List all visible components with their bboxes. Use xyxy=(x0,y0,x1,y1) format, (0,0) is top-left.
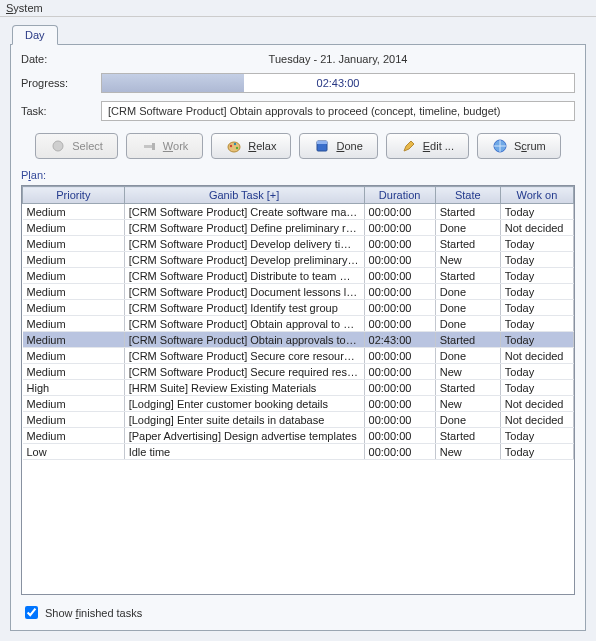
show-finished-checkbox-label[interactable]: Show finished tasks xyxy=(21,603,575,622)
tabs: Day xyxy=(12,25,586,45)
table-row[interactable]: Medium[CRM Software Product] Secure core… xyxy=(23,348,574,364)
cell-state: Done xyxy=(435,348,500,364)
plan-grid-scroll[interactable]: Priority Ganib Task [+] Duration State W… xyxy=(22,186,574,594)
work-button[interactable]: Work xyxy=(126,133,203,159)
tab-day[interactable]: Day xyxy=(12,25,58,45)
table-row[interactable]: Medium[CRM Software Product] Document le… xyxy=(23,284,574,300)
cell-state: New xyxy=(435,444,500,460)
task-input[interactable] xyxy=(101,101,575,121)
cell-priority: Medium xyxy=(23,428,125,444)
cell-duration: 00:00:00 xyxy=(364,284,435,300)
cell-task: [CRM Software Product] Document lessons … xyxy=(124,284,364,300)
cell-priority: Medium xyxy=(23,284,125,300)
cell-duration: 00:00:00 xyxy=(364,412,435,428)
hammer-icon xyxy=(141,138,157,154)
cell-state: Started xyxy=(435,332,500,348)
cell-priority: Medium xyxy=(23,348,125,364)
cell-task: [CRM Software Product] Secure required r… xyxy=(124,364,364,380)
table-row[interactable]: High[HRM Suite] Review Existing Material… xyxy=(23,380,574,396)
cell-workon: Not decided xyxy=(500,220,573,236)
book-icon xyxy=(314,138,330,154)
edit-button-label: Edit ... xyxy=(423,140,454,152)
cell-state: Done xyxy=(435,300,500,316)
svg-marker-9 xyxy=(404,141,414,151)
progress-fill xyxy=(102,74,244,92)
col-header-priority[interactable]: Priority xyxy=(23,187,125,204)
cell-priority: High xyxy=(23,380,125,396)
cell-priority: Medium xyxy=(23,236,125,252)
edit-button[interactable]: Edit ... xyxy=(386,133,469,159)
cell-duration: 00:00:00 xyxy=(364,268,435,284)
cell-workon: Today xyxy=(500,380,573,396)
cell-duration: 00:00:00 xyxy=(364,204,435,220)
col-header-workon[interactable]: Work on xyxy=(500,187,573,204)
table-row[interactable]: Medium[Lodging] Enter suite details in d… xyxy=(23,412,574,428)
cell-workon: Not decided xyxy=(500,348,573,364)
content-area: Day Date: Tuesday - 21. January, 2014 Pr… xyxy=(0,17,596,641)
globe-icon xyxy=(492,138,508,154)
svg-rect-8 xyxy=(317,141,327,144)
cell-workon: Not decided xyxy=(500,412,573,428)
show-finished-checkbox[interactable] xyxy=(25,606,38,619)
svg-point-6 xyxy=(236,147,238,149)
cell-duration: 00:00:00 xyxy=(364,396,435,412)
table-row[interactable]: Medium[Paper Advertising] Design adverti… xyxy=(23,428,574,444)
date-label: Date: xyxy=(21,53,101,65)
cell-task: [CRM Software Product] Secure core resou… xyxy=(124,348,364,364)
cell-state: Started xyxy=(435,380,500,396)
table-row[interactable]: Medium[CRM Software Product] Develop del… xyxy=(23,236,574,252)
svg-point-5 xyxy=(234,143,236,145)
done-button[interactable]: Done xyxy=(299,133,377,159)
cell-state: Started xyxy=(435,268,500,284)
cell-duration: 00:00:00 xyxy=(364,300,435,316)
cell-task: [CRM Software Product] Develop delivery … xyxy=(124,236,364,252)
table-row[interactable]: LowIdle time00:00:00NewToday xyxy=(23,444,574,460)
relax-button-label: Relax xyxy=(248,140,276,152)
cell-duration: 00:00:00 xyxy=(364,380,435,396)
cell-state: Started xyxy=(435,236,500,252)
cell-state: Done xyxy=(435,412,500,428)
col-header-duration[interactable]: Duration xyxy=(364,187,435,204)
table-row[interactable]: Medium[CRM Software Product] Distribute … xyxy=(23,268,574,284)
menu-system[interactable]: System xyxy=(6,2,43,14)
table-row[interactable]: Medium[CRM Software Product] Define prel… xyxy=(23,220,574,236)
cell-duration: 00:00:00 xyxy=(364,316,435,332)
progress-bar: 02:43:00 xyxy=(101,73,575,93)
table-row[interactable]: Medium[CRM Software Product] Secure requ… xyxy=(23,364,574,380)
cell-priority: Medium xyxy=(23,220,125,236)
select-button[interactable]: Select xyxy=(35,133,118,159)
svg-rect-2 xyxy=(152,143,155,150)
cell-workon: Today xyxy=(500,300,573,316)
cell-duration: 00:00:00 xyxy=(364,348,435,364)
table-row[interactable]: Medium[CRM Software Product] Develop pre… xyxy=(23,252,574,268)
table-row[interactable]: Medium[CRM Software Product] Create soft… xyxy=(23,204,574,220)
cell-state: Started xyxy=(435,428,500,444)
col-header-task[interactable]: Ganib Task [+] xyxy=(124,187,364,204)
table-row[interactable]: Medium[Lodging] Enter customer booking d… xyxy=(23,396,574,412)
cell-priority: Medium xyxy=(23,316,125,332)
cell-task: [Lodging] Enter suite details in databas… xyxy=(124,412,364,428)
cell-workon: Today xyxy=(500,204,573,220)
date-row: Date: Tuesday - 21. January, 2014 xyxy=(21,53,575,65)
cell-state: Done xyxy=(435,220,500,236)
relax-button[interactable]: Relax xyxy=(211,133,291,159)
scrum-button[interactable]: Scrum xyxy=(477,133,561,159)
cell-duration: 00:00:00 xyxy=(364,236,435,252)
cell-task: [HRM Suite] Review Existing Materials xyxy=(124,380,364,396)
plan-grid[interactable]: Priority Ganib Task [+] Duration State W… xyxy=(22,186,574,460)
cell-priority: Medium xyxy=(23,332,125,348)
svg-point-4 xyxy=(230,145,232,147)
table-header-row: Priority Ganib Task [+] Duration State W… xyxy=(23,187,574,204)
cell-workon: Today xyxy=(500,268,573,284)
cell-duration: 00:00:00 xyxy=(364,252,435,268)
cell-priority: Medium xyxy=(23,300,125,316)
cell-priority: Low xyxy=(23,444,125,460)
done-button-label: Done xyxy=(336,140,362,152)
col-header-state[interactable]: State xyxy=(435,187,500,204)
table-row[interactable]: Medium[CRM Software Product] Obtain appr… xyxy=(23,332,574,348)
cell-workon: Today xyxy=(500,444,573,460)
palette-icon xyxy=(226,138,242,154)
cell-task: [CRM Software Product] Create software m… xyxy=(124,204,364,220)
table-row[interactable]: Medium[CRM Software Product] Identify te… xyxy=(23,300,574,316)
table-row[interactable]: Medium[CRM Software Product] Obtain appr… xyxy=(23,316,574,332)
